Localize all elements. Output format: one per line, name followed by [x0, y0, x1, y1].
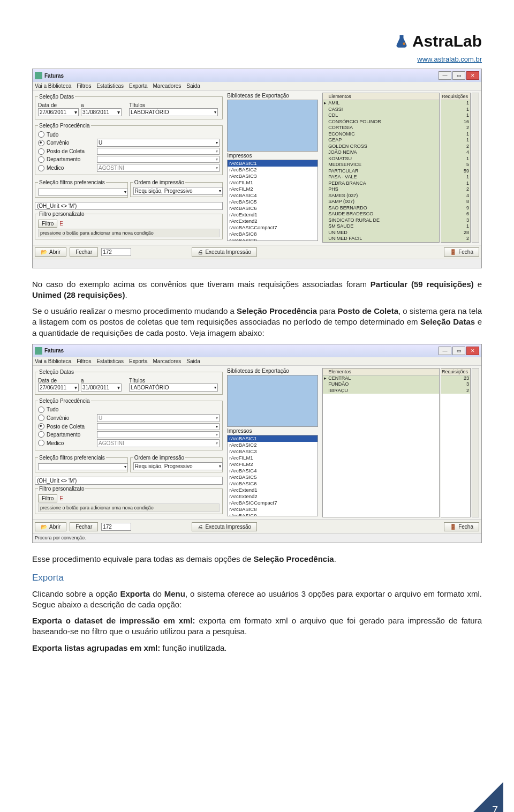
radio-tudo[interactable] — [38, 407, 44, 413]
radio-posto[interactable] — [38, 148, 44, 155]
list-item[interactable]: rArcBASICCompact7 — [228, 224, 318, 231]
fechar-button[interactable]: Fechar — [70, 247, 98, 257]
departamento-dropdown[interactable]: ▾ — [97, 156, 220, 163]
table-row[interactable]: GEAP — [323, 137, 439, 144]
menu-item[interactable]: Vai a Biblioteca — [35, 83, 71, 89]
list-item[interactable]: rArcExtend2 — [228, 218, 318, 224]
table-row[interactable]: UNIMED FACIL — [323, 236, 439, 242]
menu-item[interactable]: Estatisticas — [96, 358, 124, 364]
list-item[interactable]: rArcExtend2 — [228, 493, 318, 500]
radio-convenio[interactable] — [38, 140, 44, 146]
table-row[interactable]: ▸CENTRAL — [323, 375, 439, 382]
executa-impressao-button[interactable]: 🖨Executa Impressão — [192, 247, 257, 257]
table-row[interactable]: FUNDÃO — [323, 381, 439, 388]
posto-dropdown[interactable]: ▾ — [97, 148, 220, 155]
list-item[interactable]: rArcBASIC5 — [228, 474, 318, 480]
list-item[interactable]: rArcBASIC4 — [228, 468, 318, 474]
titulos-dropdown[interactable]: LABORATÓRIO▾ — [129, 384, 218, 392]
departamento-dropdown[interactable]: ▾ — [97, 431, 220, 438]
table-row[interactable]: ECONOMIC — [323, 131, 439, 138]
medico-dropdown[interactable]: AGOSTINI▾ — [97, 164, 220, 172]
filtro-button[interactable]: Filtro — [38, 494, 57, 502]
abrir-button[interactable]: 📂Abrir — [35, 522, 66, 531]
list-item[interactable]: rArcBASIC9 — [228, 237, 318, 241]
list-item[interactable]: rArcBASIC2 — [228, 167, 318, 173]
list-item[interactable]: rArcBASIC8 — [228, 231, 318, 237]
close-button[interactable]: ✕ — [466, 71, 479, 80]
date-from-input[interactable]: 27/06/2011 ▾ — [38, 384, 79, 392]
list-item[interactable]: rArcBASIC5 — [228, 199, 318, 205]
list-item[interactable]: rArcExtend1 — [228, 212, 318, 218]
table-row[interactable]: PEDRA BRANCA — [323, 181, 439, 187]
date-from-input[interactable]: 27/06/2011 ▾ — [38, 108, 79, 116]
list-item[interactable]: rArcBASIC3 — [228, 448, 318, 455]
list-item[interactable]: rArcBASIC4 — [228, 192, 318, 199]
fecha-button[interactable]: 🚪Fecha — [444, 522, 479, 531]
fecha-button[interactable]: 🚪Fecha — [444, 247, 479, 257]
table-row[interactable]: UNIMED — [323, 230, 439, 236]
list-item[interactable]: rArcFILM1 — [228, 455, 318, 461]
radio-posto[interactable] — [38, 423, 44, 430]
filtro-button[interactable]: Filtro — [38, 220, 57, 228]
maximize-button[interactable]: ▭ — [452, 347, 465, 355]
elementos-table[interactable]: Elementos ▸AMILCASSICDLCONSÓRCIO POLINOR… — [322, 93, 440, 243]
table-row[interactable]: SAUDE BRADESCO — [323, 211, 439, 217]
list-item[interactable]: rArcBASICCompact7 — [228, 500, 318, 506]
list-item[interactable]: rArcExtend1 — [228, 487, 318, 493]
radio-medico[interactable] — [38, 165, 44, 171]
abrir-button[interactable]: 📂Abrir — [35, 247, 66, 257]
menu-item[interactable]: Saida — [186, 358, 200, 364]
filtros-pref-dropdown[interactable]: ▾ — [38, 463, 128, 470]
menu-item[interactable]: Marcadores — [153, 83, 181, 89]
filtros-pref-dropdown[interactable]: ▾ — [38, 189, 128, 196]
scrollbar[interactable] — [472, 93, 479, 243]
page-input[interactable]: 172 — [101, 523, 131, 531]
list-item[interactable]: rArcBASIC1 — [228, 435, 318, 442]
menu-item[interactable]: Vai a Biblioteca — [35, 358, 71, 364]
date-to-input[interactable]: 31/08/2011 ▾ — [81, 108, 122, 116]
ordem-dropdown[interactable]: Requisição, Progressivo▾ — [133, 187, 223, 195]
table-row[interactable]: PHS — [323, 186, 439, 193]
menu-item[interactable]: Saida — [186, 83, 200, 89]
titulos-dropdown[interactable]: LABORATÓRIO▾ — [129, 108, 218, 116]
impressos-listbox[interactable]: rArcBASIC1rArcBASIC2rArcBASIC3rArcFILM1r… — [227, 160, 318, 241]
radio-departamento[interactable] — [38, 431, 44, 438]
list-item[interactable]: rArcFILM2 — [228, 186, 318, 192]
table-row[interactable]: GOLDEN CROSS — [323, 144, 439, 150]
menu-item[interactable]: Marcadores — [153, 358, 181, 364]
table-row[interactable]: PARTICULAR — [323, 168, 439, 175]
radio-convenio[interactable] — [38, 415, 44, 421]
table-row[interactable]: CORTESIA — [323, 125, 439, 131]
ordem-dropdown[interactable]: Requisição, Progressivo▾ — [133, 462, 223, 470]
menu-item[interactable]: Filtros — [77, 83, 91, 89]
list-item[interactable]: rArcBASIC6 — [228, 205, 318, 212]
table-row[interactable]: SINDICATO RURAL DE — [323, 217, 439, 224]
menu-item[interactable]: Filtros — [77, 358, 91, 364]
table-row[interactable]: SAO BERNARDO — [323, 205, 439, 212]
list-item[interactable]: rArcBASIC9 — [228, 513, 318, 516]
list-item[interactable]: rArcFILM1 — [228, 179, 318, 186]
impressos-listbox[interactable]: rArcBASIC1rArcBASIC2rArcBASIC3rArcFILM1r… — [227, 435, 318, 516]
table-row[interactable]: SAMES (037) — [323, 193, 439, 199]
posto-dropdown[interactable]: ▾ — [97, 423, 220, 430]
table-row[interactable]: JOÃO NEIVA — [323, 149, 439, 156]
site-link[interactable]: www.astralab.com.br — [32, 55, 482, 63]
minimize-button[interactable]: — — [439, 347, 451, 355]
list-item[interactable]: rArcBASIC8 — [228, 506, 318, 513]
fechar-button[interactable]: Fechar — [70, 522, 98, 531]
table-row[interactable]: MEDISERVICE — [323, 162, 439, 168]
menu-item[interactable]: Estatisticas — [96, 83, 124, 89]
table-row[interactable]: SAMP (007) — [323, 199, 439, 205]
radio-medico[interactable] — [38, 440, 44, 446]
executa-impressao-button[interactable]: 🖨Executa Impressão — [192, 522, 257, 531]
page-input[interactable]: 172 — [101, 248, 131, 256]
table-row[interactable]: CDL — [323, 112, 439, 119]
radio-departamento[interactable] — [38, 156, 44, 163]
elementos-table[interactable]: Elementos ▸CENTRALFUNDÃOIBIRAÇU — [322, 368, 440, 518]
close-button[interactable]: ✕ — [466, 347, 479, 355]
list-item[interactable]: rArcBASIC3 — [228, 173, 318, 179]
table-row[interactable]: SM SAUDE — [323, 223, 439, 230]
list-item[interactable]: rArcBASIC2 — [228, 442, 318, 448]
list-item[interactable]: rArcBASIC6 — [228, 480, 318, 487]
date-to-input[interactable]: 31/08/2011 ▾ — [81, 384, 122, 392]
